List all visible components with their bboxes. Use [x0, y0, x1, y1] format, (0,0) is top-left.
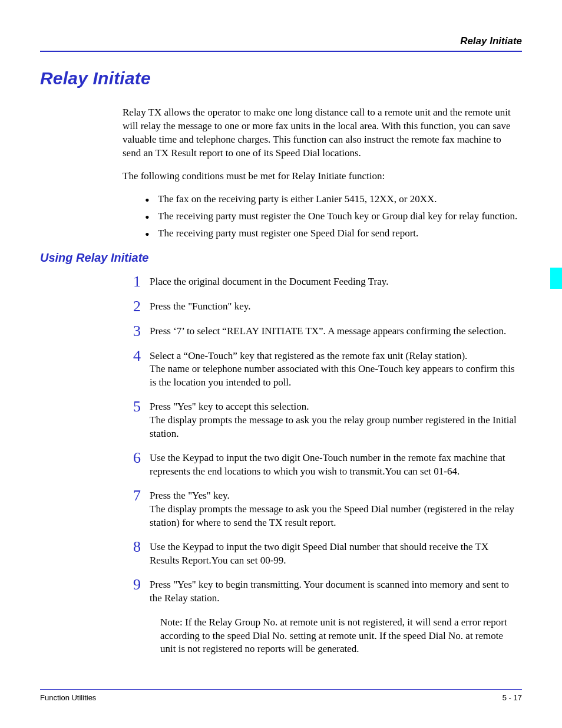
step-number: 1 — [133, 274, 150, 289]
intro-paragraph-1: Relay TX allows the operator to make one… — [123, 106, 520, 160]
steps-list: 1 Place the original document in the Doc… — [133, 275, 520, 657]
step-number: 6 — [133, 450, 150, 466]
step-item: 3 Press ‘7’ to select “RELAY INITIATE TX… — [133, 325, 520, 339]
step-number: 2 — [133, 299, 150, 314]
top-rule — [40, 51, 522, 52]
step-item: 9 Press "Yes" key to begin transmitting.… — [133, 578, 520, 605]
step-number: 7 — [133, 488, 150, 503]
step-number: 5 — [133, 399, 150, 414]
step-number: 4 — [133, 348, 150, 364]
condition-item: The receiving party must register the On… — [145, 210, 520, 223]
step-number: 3 — [133, 324, 150, 339]
page-footer: Function Utilities 5 - 17 — [40, 689, 522, 702]
step-number: 8 — [133, 539, 150, 555]
page: Relay Initiate Relay Initiate Relay TX a… — [0, 0, 562, 728]
step-number: 9 — [133, 577, 150, 592]
step-text: Use the Keypad to input the two digit Sp… — [150, 541, 520, 568]
running-head: Relay Initiate — [40, 35, 522, 47]
footer-right: 5 - 17 — [503, 693, 522, 702]
step-item: 7 Press the "Yes" key.The display prompt… — [133, 489, 520, 530]
heading-2: Using Relay Initiate — [40, 251, 522, 265]
step-item: 8 Use the Keypad to input the two digit … — [133, 541, 520, 568]
condition-item: The receiving party must register one Sp… — [145, 227, 520, 241]
step-text: Press the "Yes" key.The display prompts … — [150, 489, 520, 530]
step-text: Press the "Function" key. — [150, 300, 250, 314]
step-item: 5 Press "Yes" key to accept this selecti… — [133, 400, 520, 441]
section-tab-marker — [550, 268, 562, 289]
step-text: Select a “One-Touch” key that registered… — [150, 350, 520, 390]
footer-rule — [40, 689, 522, 690]
conditions-list: The fax on the receiving party is either… — [145, 193, 520, 241]
step-text: Press "Yes" key to begin transmitting. Y… — [150, 578, 520, 605]
step-text: Press "Yes" key to accept this selection… — [150, 400, 520, 441]
heading-1: Relay Initiate — [40, 68, 522, 88]
note-text: Note: If the Relay Group No. at remote u… — [160, 616, 520, 657]
footer-row: Function Utilities 5 - 17 — [40, 693, 522, 702]
footer-left: Function Utilities — [40, 693, 96, 702]
step-text: Press ‘7’ to select “RELAY INITIATE TX”.… — [150, 325, 506, 338]
step-item: 2 Press the "Function" key. — [133, 300, 520, 314]
step-text: Place the original document in the Docum… — [150, 275, 388, 289]
condition-item: The fax on the receiving party is either… — [145, 193, 520, 206]
intro-block: Relay TX allows the operator to make one… — [123, 106, 520, 241]
step-item: 6 Use the Keypad to input the two digit … — [133, 452, 520, 479]
step-item: 4 Select a “One-Touch” key that register… — [133, 350, 520, 390]
step-item: 1 Place the original document in the Doc… — [133, 275, 520, 289]
intro-paragraph-2: The following conditions must be met for… — [123, 170, 520, 183]
step-text: Use the Keypad to input the two digit On… — [150, 452, 520, 479]
